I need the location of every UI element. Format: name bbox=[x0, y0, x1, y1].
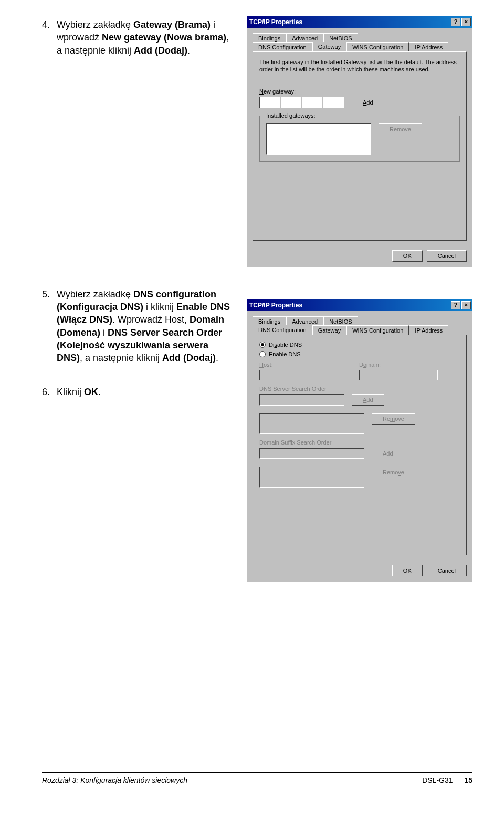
disable-dns-radio[interactable]: Disable DNS bbox=[259, 342, 460, 348]
host-input[interactable] bbox=[259, 370, 338, 380]
close-button[interactable]: × bbox=[461, 18, 471, 26]
domain-suffix-order-label: Domain Suffix Search Order bbox=[259, 439, 460, 446]
ok-button[interactable]: OK bbox=[392, 250, 423, 262]
domain-suffix-list[interactable] bbox=[259, 467, 364, 488]
help-button[interactable]: ? bbox=[451, 18, 460, 26]
step5-num: 5. bbox=[42, 288, 52, 365]
cancel-button[interactable]: Cancel bbox=[427, 250, 467, 262]
step6-num: 6. bbox=[42, 386, 52, 398]
gateway-description: The first gateway in the Installed Gatew… bbox=[259, 58, 460, 74]
dns-server-order-label: DNS Server Search Order bbox=[259, 386, 460, 392]
tab-wins[interactable]: WINS Configuration bbox=[346, 42, 409, 52]
page-footer: Rozdział 3: Konfiguracja klientów siecio… bbox=[42, 772, 472, 784]
footer-chapter: Rozdział 3: Konfiguracja klientów siecio… bbox=[42, 776, 187, 784]
cancel-button[interactable]: Cancel bbox=[427, 565, 467, 576]
dns-remove-button[interactable]: Remove bbox=[372, 413, 415, 425]
tab-dns[interactable]: DNS Configuration bbox=[253, 325, 312, 335]
dialog-dns: TCP/IP Properties ? × Bindings Advanced … bbox=[247, 299, 472, 582]
domain-input[interactable] bbox=[359, 370, 438, 380]
step4-num: 4. bbox=[42, 18, 52, 57]
dialog-title: TCP/IP Properties bbox=[249, 18, 302, 26]
dns-add-button[interactable]: Add bbox=[352, 394, 384, 406]
new-gateway-label: New gateway: bbox=[259, 88, 460, 95]
new-gateway-input[interactable] bbox=[259, 97, 344, 108]
enable-dns-radio[interactable]: Enable DNS bbox=[259, 351, 460, 357]
domain-label: Domain: bbox=[359, 361, 438, 368]
help-button[interactable]: ? bbox=[451, 301, 460, 309]
titlebar: TCP/IP Properties ? × bbox=[247, 299, 472, 311]
tab-wins[interactable]: WINS Configuration bbox=[346, 325, 409, 335]
add-button[interactable]: Add bbox=[352, 97, 384, 108]
footer-page: 15 bbox=[464, 776, 472, 784]
tab-ip[interactable]: IP Address bbox=[409, 42, 448, 52]
tab-gateway[interactable]: Gateway bbox=[312, 325, 346, 335]
tab-dns[interactable]: DNS Configuration bbox=[253, 42, 312, 52]
host-label: Host: bbox=[259, 361, 338, 368]
close-button[interactable]: × bbox=[461, 301, 471, 309]
dns-server-list[interactable] bbox=[259, 413, 364, 434]
tab-gateway[interactable]: Gateway bbox=[312, 42, 346, 51]
step-6: 6. Kliknij OK. bbox=[42, 386, 236, 398]
dialog-gateway: TCP/IP Properties ? × Bindings Advanced … bbox=[247, 16, 472, 267]
suffix-remove-button[interactable]: Remove bbox=[372, 467, 415, 478]
footer-model: DSL-G31 bbox=[422, 776, 453, 784]
remove-button[interactable]: Remove bbox=[379, 123, 422, 135]
installed-gateways-label: Installed gateways: bbox=[264, 112, 318, 119]
suffix-add-button[interactable]: Add bbox=[372, 448, 404, 459]
dns-server-input[interactable] bbox=[259, 394, 344, 406]
dialog-title: TCP/IP Properties bbox=[249, 302, 302, 309]
radio-icon bbox=[259, 351, 266, 357]
radio-icon bbox=[259, 342, 266, 348]
titlebar: TCP/IP Properties ? × bbox=[247, 16, 472, 28]
ok-button[interactable]: OK bbox=[392, 565, 423, 576]
step-4: 4. Wybierz zakładkę Gateway (Brama) i wp… bbox=[42, 18, 236, 57]
domain-suffix-input[interactable] bbox=[259, 448, 364, 459]
installed-gateways-list[interactable] bbox=[266, 123, 371, 155]
tab-ip[interactable]: IP Address bbox=[409, 325, 448, 335]
step-5: 5. Wybierz zakładkę DNS configuration (K… bbox=[42, 288, 236, 365]
